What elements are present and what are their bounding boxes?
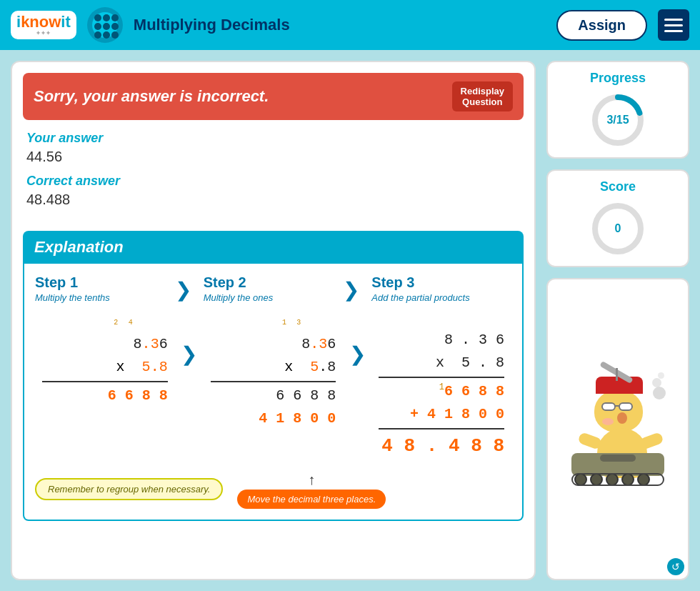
progress-title: Progress — [590, 71, 646, 86]
arrow-1: ❯ — [175, 274, 204, 302]
math-problem-2: 1 3 8.36 x 5.8 6 6 8 — [204, 314, 344, 434]
progress-ring: 3/15 — [589, 91, 646, 149]
character-illustration — [564, 367, 671, 492]
your-answer-section: Your answer 44.56 Correct answer 48.488 — [12, 131, 534, 224]
main-content: Sorry, your answer is incorrect. Redispl… — [0, 50, 700, 591]
redisplay-button[interactable]: RedisplayQuestion — [452, 81, 513, 111]
incorrect-banner: Sorry, your answer is incorrect. Redispl… — [23, 73, 524, 120]
math-problem-3: 8 . 3 6 x 5 . 8 16 6 8 8 + — [371, 314, 511, 465]
progress-card: Progress 3/15 — [546, 61, 689, 159]
step-1-desc: Multiply the tenths — [35, 292, 175, 303]
step-3-label: Step 3 — [371, 274, 511, 291]
step-1: Step 1 Multiply the tenths — [35, 274, 175, 303]
film-icon — [87, 7, 123, 43]
bottom-notes: Remember to regroup when necessary. ↑ Mo… — [35, 472, 511, 509]
arrow-2: ❯ — [343, 274, 371, 302]
step-1-label: Step 1 — [35, 274, 175, 291]
score-value: 0 — [615, 222, 621, 235]
progress-value: 3/15 — [606, 114, 629, 126]
math-arrow-1: ❯ — [175, 314, 204, 366]
score-ring: 0 — [589, 200, 646, 257]
score-card: Score 0 — [546, 169, 689, 267]
step-3-desc: Add the partial products — [371, 292, 511, 303]
explanation-body: Step 1 Multiply the tenths ❯ Step 2 Mult… — [23, 264, 524, 521]
step-3: Step 3 Add the partial products — [371, 274, 511, 303]
character-card: ↺ — [546, 278, 689, 580]
right-panel: Progress 3/15 Score 0 — [546, 61, 689, 580]
reminder-box: Remember to regroup when necessary. — [35, 478, 223, 500]
explanation-header: Explanation — [23, 231, 524, 264]
decimal-note: Move the decimal three places. — [237, 490, 386, 509]
your-answer-label: Your answer — [26, 131, 520, 146]
step-2: Step 2 Multiply the ones — [204, 274, 344, 303]
steps-row: Step 1 Multiply the tenths ❯ Step 2 Mult… — [35, 274, 511, 303]
hamburger-menu[interactable] — [658, 9, 689, 41]
step-2-desc: Multiply the ones — [204, 292, 344, 303]
left-panel: Sorry, your answer is incorrect. Redispl… — [11, 61, 536, 580]
page-title: Multiplying Decimals — [134, 16, 546, 34]
score-title: Score — [600, 179, 636, 194]
math-problems: 2 4 8.36 x 5.8 6 6 8 — [35, 314, 511, 465]
arrow-up: ↑ — [237, 472, 386, 487]
your-answer-value: 44.56 — [26, 149, 520, 165]
math-arrow-2: ❯ — [343, 314, 371, 366]
step-2-label: Step 2 — [204, 274, 344, 291]
logo: iknowit ✦✦✦ — [11, 11, 76, 40]
correct-answer-value: 48.488 — [26, 192, 520, 208]
assign-button[interactable]: Assign — [556, 10, 647, 41]
correct-answer-label: Correct answer — [26, 174, 520, 189]
incorrect-message: Sorry, your answer is incorrect. — [34, 87, 269, 106]
header: iknowit ✦✦✦ Multiplying Decimals Assign — [0, 0, 700, 50]
explanation-title: Explanation — [34, 238, 512, 257]
math-problem-1: 2 4 8.36 x 5.8 6 6 8 — [35, 314, 175, 411]
back-arrow[interactable]: ↺ — [667, 558, 684, 575]
